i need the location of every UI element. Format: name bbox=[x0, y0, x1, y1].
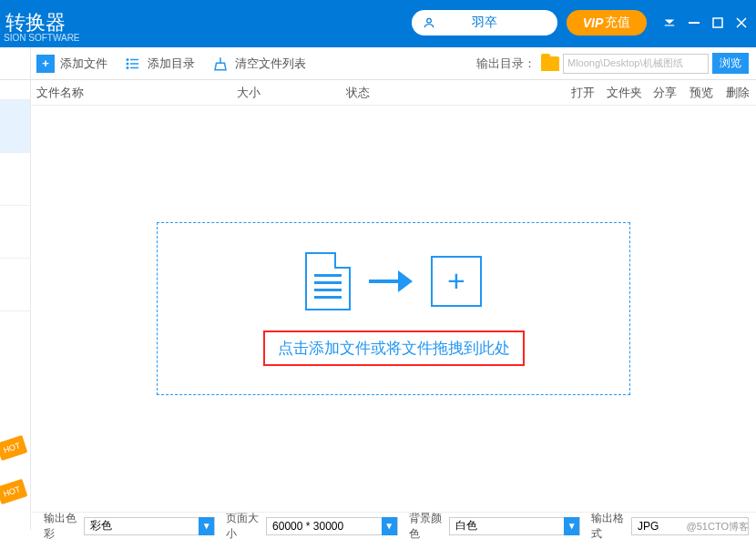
output-color-label: 输出色彩 bbox=[44, 511, 78, 540]
col-delete: 删除 bbox=[720, 85, 756, 101]
sidebar-item[interactable] bbox=[0, 47, 30, 100]
page-size-label: 页面大小 bbox=[226, 511, 261, 540]
dropdown-icon[interactable] bbox=[663, 16, 676, 29]
add-file-button[interactable]: + 添加文件 bbox=[36, 55, 107, 73]
app-subtitle: SION SOFTWARE bbox=[0, 33, 756, 47]
chevron-down-icon[interactable]: ▼ bbox=[564, 517, 579, 535]
svg-point-0 bbox=[427, 18, 432, 23]
list-icon bbox=[124, 55, 142, 73]
sidebar-item[interactable] bbox=[0, 259, 30, 311]
svg-rect-5 bbox=[130, 58, 138, 60]
hot-badge: HOT bbox=[0, 435, 27, 461]
svg-rect-7 bbox=[130, 63, 138, 65]
col-share: 分享 bbox=[647, 85, 683, 101]
maximize-button[interactable] bbox=[712, 17, 723, 28]
username: 羽卒 bbox=[472, 15, 497, 31]
col-preview: 预览 bbox=[683, 85, 720, 101]
bottom-bar: 输出色彩 ▼ 页面大小 ▼ 背景颜色 ▼ 输出格式 bbox=[31, 512, 756, 539]
watermark: @51CTO博客 bbox=[687, 520, 749, 534]
sidebar-item[interactable] bbox=[0, 100, 30, 153]
arrow-right-icon bbox=[369, 270, 413, 292]
svg-rect-3 bbox=[713, 18, 722, 27]
bg-color-select[interactable]: ▼ bbox=[449, 517, 581, 535]
dropzone[interactable]: + 点击添加文件或将文件拖拽到此处 bbox=[157, 222, 630, 395]
chevron-down-icon[interactable]: ▼ bbox=[382, 517, 397, 535]
output-path-input[interactable] bbox=[563, 54, 709, 74]
svg-point-8 bbox=[127, 66, 129, 69]
vip-recharge-button[interactable]: VIP充值 bbox=[567, 10, 647, 36]
svg-point-4 bbox=[127, 58, 129, 61]
sidebar: HOT HOT bbox=[0, 47, 31, 530]
sidebar-item[interactable] bbox=[0, 153, 30, 206]
page-size-select[interactable]: ▼ bbox=[266, 517, 398, 535]
broom-icon bbox=[211, 55, 230, 73]
col-status: 状态 bbox=[346, 85, 565, 101]
dropzone-text: 点击添加文件或将文件拖拽到此处 bbox=[263, 331, 525, 366]
output-format-label: 输出格式 bbox=[591, 511, 626, 540]
col-folder: 文件夹 bbox=[601, 85, 647, 101]
sidebar-item[interactable] bbox=[0, 206, 30, 259]
col-open: 打开 bbox=[565, 85, 601, 101]
svg-point-6 bbox=[127, 62, 129, 65]
output-color-select[interactable]: ▼ bbox=[84, 517, 216, 535]
col-filename: 文件名称 bbox=[36, 85, 237, 101]
svg-rect-2 bbox=[689, 22, 700, 24]
svg-rect-1 bbox=[665, 25, 675, 25]
document-icon bbox=[305, 252, 351, 310]
user-account[interactable]: 羽卒 bbox=[412, 10, 557, 36]
close-button[interactable] bbox=[736, 17, 747, 28]
plus-icon: + bbox=[36, 55, 55, 73]
svg-rect-9 bbox=[130, 66, 138, 68]
col-size: 大小 bbox=[237, 85, 346, 101]
chevron-down-icon[interactable]: ▼ bbox=[199, 517, 214, 535]
output-dir-label: 输出目录： bbox=[476, 56, 536, 72]
user-icon bbox=[423, 16, 435, 29]
clear-list-button[interactable]: 清空文件列表 bbox=[211, 55, 306, 73]
minimize-button[interactable] bbox=[689, 17, 700, 28]
folder-icon bbox=[541, 56, 559, 71]
add-icon: + bbox=[431, 256, 482, 307]
add-directory-button[interactable]: 添加目录 bbox=[124, 55, 195, 73]
browse-button[interactable]: 浏览 bbox=[712, 53, 749, 74]
vip-prefix: VIP bbox=[583, 15, 604, 30]
hot-badge: HOT bbox=[0, 479, 27, 504]
column-header: 文件名称 大小 状态 打开 文件夹 分享 预览 删除 bbox=[0, 80, 756, 106]
bg-color-label: 背景颜色 bbox=[409, 511, 444, 540]
